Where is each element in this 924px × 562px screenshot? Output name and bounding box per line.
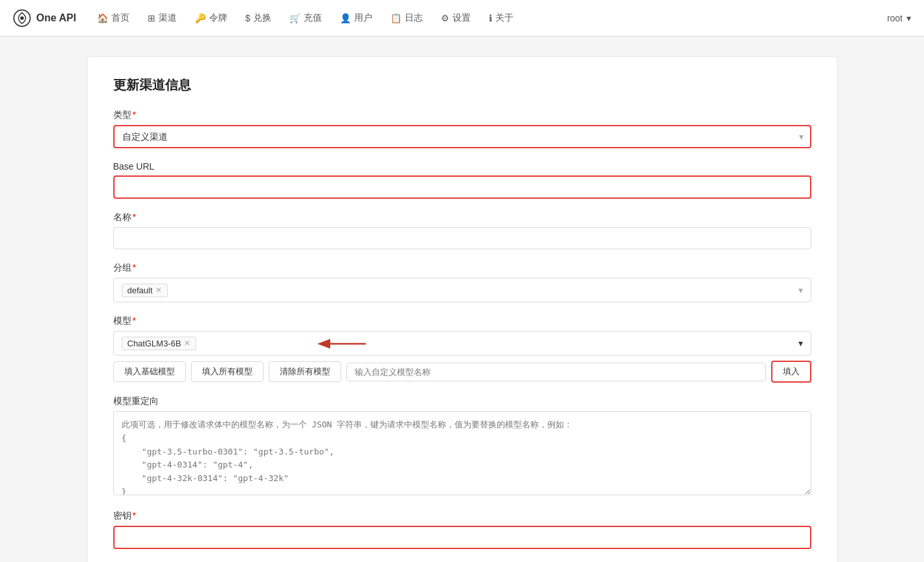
channel-icon: ⊞ bbox=[148, 13, 155, 23]
nav-log[interactable]: 📋 日志 bbox=[383, 8, 431, 28]
fill-all-model-button[interactable]: 填入所有模型 bbox=[191, 361, 264, 382]
user-menu[interactable]: root ▾ bbox=[887, 13, 911, 23]
model-redirect-label: 模型重定向 bbox=[113, 396, 811, 407]
group-tag-default-label: default bbox=[128, 286, 153, 295]
nav-recharge[interactable]: 🛒 充值 bbox=[282, 8, 330, 28]
clear-all-model-button[interactable]: 清除所有模型 bbox=[269, 361, 341, 382]
group-tags-input[interactable]: default ✕ ▾ bbox=[113, 278, 811, 302]
brand-label: One API bbox=[36, 12, 76, 24]
brand: One API bbox=[13, 9, 76, 27]
navbar: One API 🏠 首页 ⊞ 渠道 🔑 令牌 $ 兑换 🛒 充值 👤 用户 📋 … bbox=[0, 0, 924, 36]
model-tag-chatglm3-6b-label: ChatGLM3-6B bbox=[128, 339, 181, 348]
model-redirect-field-group: 模型重定向 bbox=[113, 396, 811, 497]
model-required-mark: * bbox=[133, 315, 136, 326]
secret-key-field-group: 密钥* sk-CwH3IQkOCCiUdalf3d41A405C9Ca43599… bbox=[113, 510, 811, 549]
type-field-group: 类型* 自定义渠道 OpenAI Azure Anthropic ▾ bbox=[113, 109, 811, 148]
nav-settings[interactable]: ⚙ 设置 bbox=[433, 8, 479, 28]
model-label: 模型* bbox=[113, 315, 811, 327]
group-field-group: 分组* default ✕ ▾ bbox=[113, 262, 811, 302]
fill-basic-model-button[interactable]: 填入基础模型 bbox=[113, 361, 186, 382]
nav-recharge-label: 充值 bbox=[304, 12, 322, 24]
name-label: 名称* bbox=[113, 212, 811, 223]
home-icon: 🏠 bbox=[97, 13, 108, 23]
recharge-icon: 🛒 bbox=[289, 13, 300, 23]
type-required-mark: * bbox=[133, 109, 136, 120]
model-tag-chatglm3-6b: ChatGLM3-6B ✕ bbox=[122, 337, 196, 350]
nav-token-label: 令牌 bbox=[209, 12, 227, 24]
model-buttons-row: 填入基础模型 填入所有模型 清除所有模型 填入 bbox=[113, 361, 811, 383]
base-url-field-group: Base URL http://192.168.5.210:8000 bbox=[113, 161, 811, 199]
type-select[interactable]: 自定义渠道 OpenAI Azure Anthropic bbox=[113, 125, 811, 148]
custom-model-name-input[interactable] bbox=[346, 363, 766, 381]
base-url-input[interactable]: http://192.168.5.210:8000 bbox=[113, 175, 811, 199]
name-required-mark: * bbox=[133, 212, 136, 222]
about-icon: ℹ bbox=[489, 13, 492, 23]
main-content: 更新渠道信息 类型* 自定义渠道 OpenAI Azure Anthropic … bbox=[87, 56, 838, 562]
nav-exchange[interactable]: $ 兑换 bbox=[238, 8, 280, 28]
group-tag-default: default ✕ bbox=[122, 284, 168, 297]
base-url-label: Base URL bbox=[113, 161, 811, 172]
model-redirect-textarea[interactable] bbox=[113, 411, 811, 495]
model-input-row: ChatGLM3-6B ✕ ▾ bbox=[113, 331, 811, 355]
group-label: 分组* bbox=[113, 262, 811, 274]
group-dropdown-icon: ▾ bbox=[798, 285, 803, 295]
group-required-mark: * bbox=[133, 262, 136, 273]
secret-key-label: 密钥* bbox=[113, 510, 811, 522]
fill-custom-model-button[interactable]: 填入 bbox=[771, 361, 811, 383]
current-user-label: root bbox=[887, 13, 903, 23]
model-field-group: 模型* ChatGLM3-6B ✕ ▾ 填入基础模 bbox=[113, 315, 811, 383]
secret-key-required-mark: * bbox=[133, 510, 136, 521]
model-dropdown-icon: ▾ bbox=[798, 338, 803, 348]
name-field-group: 名称* ChatGLM bbox=[113, 212, 811, 249]
nav-about-label: 关于 bbox=[495, 12, 513, 24]
nav-user[interactable]: 👤 用户 bbox=[332, 8, 380, 28]
nav-log-label: 日志 bbox=[405, 12, 423, 24]
user-dropdown-icon: ▾ bbox=[907, 13, 911, 23]
nav-about[interactable]: ℹ 关于 bbox=[481, 8, 521, 28]
model-tag-chatglm3-6b-close-icon[interactable]: ✕ bbox=[184, 339, 190, 348]
name-input[interactable]: ChatGLM bbox=[113, 227, 811, 249]
log-icon: 📋 bbox=[390, 13, 401, 23]
secret-key-input[interactable]: sk-CwH3IQkOCCiUdalf3d41A405C9Ca4359991e2… bbox=[113, 526, 811, 549]
model-tags-input[interactable]: ChatGLM3-6B ✕ ▾ bbox=[113, 331, 811, 355]
token-icon: 🔑 bbox=[195, 13, 206, 23]
svg-point-1 bbox=[20, 16, 24, 20]
exchange-icon: $ bbox=[245, 13, 251, 23]
nav-home-label: 首页 bbox=[111, 12, 130, 24]
brand-logo-icon bbox=[13, 9, 31, 27]
navbar-divider bbox=[0, 36, 924, 37]
nav-channel[interactable]: ⊞ 渠道 bbox=[140, 8, 185, 28]
group-tag-default-close-icon[interactable]: ✕ bbox=[155, 286, 162, 295]
nav-home[interactable]: 🏠 首页 bbox=[89, 8, 137, 28]
nav-token[interactable]: 🔑 令牌 bbox=[187, 8, 235, 28]
user-icon: 👤 bbox=[340, 13, 351, 23]
page-title: 更新渠道信息 bbox=[113, 76, 811, 94]
nav-settings-label: 设置 bbox=[453, 12, 471, 24]
nav-channel-label: 渠道 bbox=[159, 12, 177, 24]
type-label: 类型* bbox=[113, 109, 811, 121]
settings-icon: ⚙ bbox=[441, 13, 449, 23]
type-select-wrapper: 自定义渠道 OpenAI Azure Anthropic ▾ bbox=[113, 125, 811, 148]
nav-user-label: 用户 bbox=[354, 12, 372, 24]
nav-exchange-label: 兑换 bbox=[253, 12, 271, 24]
